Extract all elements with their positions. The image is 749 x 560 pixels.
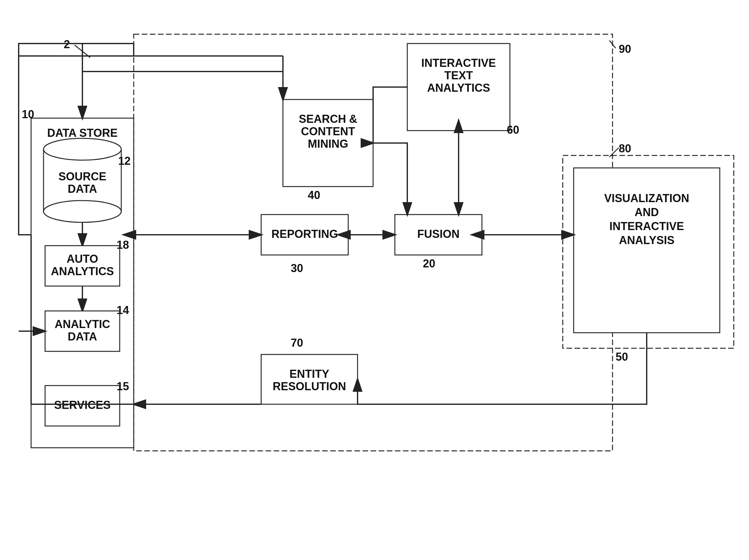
er-label2: RESOLUTION (273, 380, 346, 393)
source-data-cylinder-top (44, 138, 121, 160)
label-20: 20 (423, 257, 435, 270)
ita-label3: ANALYTICS (427, 82, 490, 94)
vis-label1: VISUALIZATION (604, 192, 689, 204)
vis-label3: INTERACTIVE (609, 220, 684, 233)
source-data-cylinder-bottom (44, 200, 121, 222)
source-data-label: SOURCE (59, 170, 106, 183)
label-30: 30 (291, 262, 303, 275)
label-90: 90 (619, 43, 631, 55)
ita-label2: TEXT (444, 69, 473, 82)
vis-label2: AND (635, 206, 659, 219)
arrow-vis-to-er (358, 333, 647, 404)
analytic-data-label2: DATA (68, 330, 97, 343)
line-scm-to-fusion (373, 143, 407, 215)
label-80: 80 (619, 142, 631, 155)
label-18: 18 (116, 238, 129, 251)
scm-label1: SEARCH & (299, 112, 357, 125)
arrow-ita-to-scm (373, 87, 407, 143)
label-12: 12 (118, 154, 131, 167)
services-label: SERVICES (54, 399, 110, 411)
label-10: 10 (22, 108, 34, 121)
analytic-data-label1: ANALYTIC (55, 318, 110, 330)
data-store-label: DATA STORE (47, 127, 118, 139)
line-top-left (19, 44, 134, 56)
fusion-label: FUSION (417, 228, 459, 240)
ita-label1: INTERACTIVE (421, 57, 496, 69)
source-data-label2: DATA (68, 182, 97, 195)
label-50: 50 (616, 350, 628, 363)
reporting-label: REPORTING (272, 228, 338, 240)
figure-number: 2 (64, 38, 70, 51)
scm-label2: CONTENT (301, 125, 355, 138)
arrow-store-to-search (82, 71, 283, 118)
label-70: 70 (291, 337, 303, 349)
diagram-container: 2 90 80 50 10 DATA STORE SOURCE DATA 12 … (0, 0, 749, 560)
label-60: 60 (507, 124, 519, 136)
label-14: 14 (116, 304, 129, 317)
label-15: 15 (116, 380, 129, 393)
er-label1: ENTITY (290, 368, 329, 380)
auto-analytics-label2: ANALYTICS (51, 265, 114, 278)
label-40: 40 (308, 189, 320, 201)
scm-label3: MINING (308, 137, 348, 150)
auto-analytics-label1: AUTO (66, 253, 98, 265)
vis-label4: ANALYSIS (619, 234, 675, 246)
